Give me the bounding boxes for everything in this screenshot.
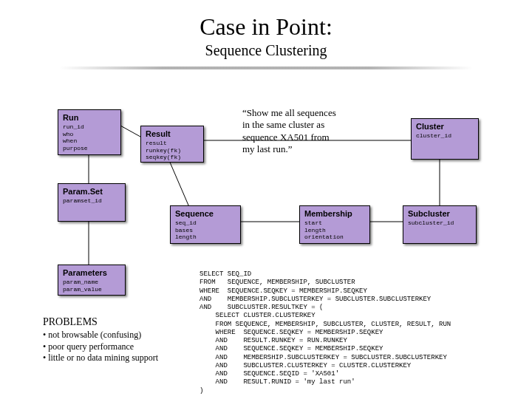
entity-cluster: Cluster cluster_id <box>411 118 479 160</box>
entity-result: Result result runkey(fk) seqkey(fk) <box>140 126 204 163</box>
entity-cluster-fields: cluster_id <box>416 132 474 140</box>
entity-result-title: Result <box>146 129 199 138</box>
entity-parameters-title: Parameters <box>63 268 120 277</box>
entity-sequence: Sequence seq_id bases length <box>170 205 241 244</box>
sql-block: SELECT SEQ_ID FROM SEQUENCE, MEMBERSHIP,… <box>200 270 451 395</box>
entity-membership-title: Membership <box>304 209 365 218</box>
entity-paramset-fields: paramset_id <box>63 197 120 205</box>
svg-line-0 <box>120 126 140 137</box>
page-title: Case in Point: <box>0 13 532 41</box>
svg-line-2 <box>168 159 189 207</box>
entity-result-fields: result runkey(fk) seqkey(fk) <box>146 140 199 161</box>
entity-run: Run run_id who when purpose <box>58 109 121 155</box>
page-subtitle: Sequence Clustering <box>0 42 532 59</box>
entity-subcluster: Subcluster subcluster_id <box>403 205 477 244</box>
problems-item-1: • not browsable (confusing) <box>43 330 158 341</box>
problems-heading: PROBLEMS <box>43 316 98 328</box>
entity-subcluster-fields: subcluster_id <box>408 219 471 227</box>
query-quote: “Show me all sequences in the same clust… <box>242 107 368 155</box>
entity-subcluster-title: Subcluster <box>408 209 471 218</box>
entity-membership: Membership start length orientation <box>299 205 370 244</box>
problems-list: • not browsable (confusing) • poor query… <box>43 330 158 364</box>
title-divider <box>59 66 473 69</box>
problems-item-2: • poor query performance <box>43 341 158 353</box>
problems-item-3: • little or no data mining support <box>43 352 158 364</box>
entity-sequence-fields: seq_id bases length <box>175 219 236 241</box>
entity-sequence-title: Sequence <box>175 209 236 218</box>
entity-run-fields: run_id who when purpose <box>63 123 116 151</box>
entity-paramset-title: Param.Set <box>63 187 120 196</box>
entity-cluster-title: Cluster <box>416 122 474 131</box>
entity-membership-fields: start length orientation <box>304 219 365 241</box>
entity-paramset: Param.Set paramset_id <box>58 183 126 222</box>
entity-run-title: Run <box>63 113 116 122</box>
entity-parameters-fields: param_name param_value <box>63 279 120 293</box>
entity-parameters: Parameters param_name param_value <box>58 265 126 296</box>
